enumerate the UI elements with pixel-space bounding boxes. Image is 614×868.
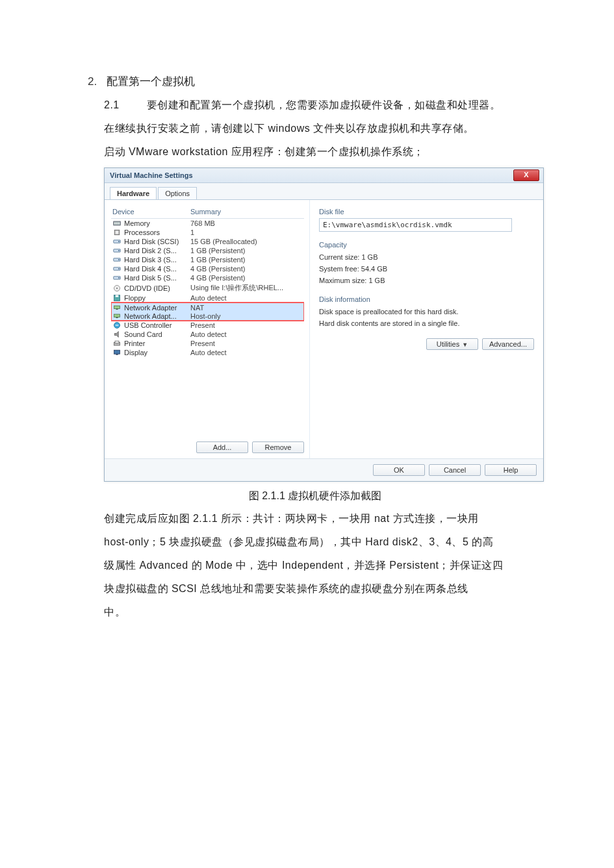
device-summary: Present [190, 321, 304, 329]
svg-marker-25 [114, 332, 118, 338]
svg-rect-2 [116, 223, 118, 225]
dialog-tabs: Hardware Options [105, 183, 543, 199]
device-name: CD/DVD (IDE) [124, 284, 170, 292]
device-summary: NAT [190, 304, 304, 312]
svg-point-11 [118, 259, 120, 260]
device-row-hd4[interactable]: Hard Disk 4 (S... 4 GB (Persistent) [111, 264, 304, 273]
device-row-cd[interactable]: CD/DVD (IDE) Using file I:\操作系统\RHEL... [111, 282, 304, 293]
device-summary: Using file I:\操作系统\RHEL... [190, 283, 304, 293]
device-name: Sound Card [124, 330, 162, 338]
svg-rect-22 [114, 314, 120, 317]
device-name: Floppy [124, 294, 146, 302]
device-row-hd5[interactable]: Hard Disk 5 (S... 4 GB (Persistent) [111, 273, 304, 282]
paragraph-2-1c: 启动 VMware workstation 应用程序：创建第一个虚拟机操作系统； [104, 142, 543, 162]
group-title: Disk information [319, 295, 534, 303]
device-name: Memory [124, 219, 150, 227]
display-icon [112, 349, 122, 356]
utilities-button[interactable]: Utilities▼ [426, 338, 478, 350]
sound-icon [112, 330, 122, 338]
device-name: Printer [124, 340, 145, 347]
floppy-icon [112, 294, 122, 302]
group-title: Capacity [319, 241, 534, 249]
device-row-memory[interactable]: Memory 768 MB [111, 219, 304, 228]
ok-button[interactable]: OK [373, 464, 425, 476]
device-name: Hard Disk (SCSI) [124, 238, 179, 245]
usb-icon [112, 321, 122, 329]
device-summary: Auto detect [190, 330, 304, 338]
device-summary: 768 MB [190, 219, 304, 227]
paragraph-text: 要创建和配置第一个虚拟机，您需要添加虚拟硬件设备，如磁盘和处理器。 [147, 99, 501, 110]
device-name: Network Adapter [124, 304, 177, 312]
add-button[interactable]: Add... [196, 441, 248, 453]
svg-rect-3 [118, 223, 120, 225]
svg-point-17 [116, 287, 118, 288]
svg-rect-29 [116, 354, 118, 355]
help-button[interactable]: Help [485, 464, 537, 476]
figure-caption: 图 2.1.1 虚拟机硬件添加截图 [88, 490, 543, 503]
svg-point-9 [118, 250, 120, 251]
device-details-panel: Disk file E:\vmware\asmdisk\ocrdisk.vmdk… [309, 200, 543, 458]
svg-rect-23 [116, 317, 118, 318]
device-row-sound[interactable]: Sound Card Auto detect [111, 330, 304, 339]
dialog-titlebar[interactable]: Virtual Machine Settings X [105, 168, 543, 183]
detail-buttons: Utilities▼ Advanced... [319, 338, 534, 350]
device-row-usb[interactable]: USB Controller Present [111, 321, 304, 330]
group-capacity: Capacity Current size: 1 GB System free:… [319, 241, 534, 286]
section-heading: 2. 配置第一个虚拟机 [88, 71, 543, 92]
disk-icon [112, 265, 122, 273]
device-row-floppy[interactable]: Floppy Auto detect [111, 293, 304, 303]
device-row-printer[interactable]: Printer Present [111, 339, 304, 348]
svg-rect-1 [114, 223, 116, 225]
remove-button[interactable]: Remove [252, 441, 304, 453]
disk-icon [112, 274, 122, 282]
list-spacer [111, 357, 304, 435]
device-summary: 15 GB (Preallocated) [190, 238, 304, 245]
tab-options[interactable]: Options [158, 187, 197, 199]
device-row-hd1[interactable]: Hard Disk (SCSI) 15 GB (Preallocated) [111, 237, 304, 246]
paragraph-2-1a: 2.1 要创建和配置第一个虚拟机，您需要添加虚拟硬件设备，如磁盘和处理器。 [104, 95, 543, 116]
device-row-hd3[interactable]: Hard Disk 3 (S... 1 GB (Persistent) [111, 255, 304, 264]
disk-icon [112, 238, 122, 245]
device-list[interactable]: Memory 768 MB Processors 1 Hard Disk (SC… [111, 219, 304, 435]
dialog-body: Device Summary Memory 768 MB Processors … [105, 199, 543, 458]
svg-rect-5 [116, 231, 119, 234]
svg-point-7 [118, 241, 120, 242]
diskinfo-line2: Hard disk contents are stored in a singl… [319, 317, 534, 329]
device-summary: 4 GB (Persistent) [190, 265, 304, 273]
svg-point-15 [118, 277, 120, 279]
col-device: Device [112, 208, 190, 216]
device-row-processors[interactable]: Processors 1 [111, 228, 304, 237]
advanced-button[interactable]: Advanced... [482, 338, 534, 350]
device-row-display[interactable]: Display Auto detect [111, 348, 304, 357]
section-title: 配置第一个虚拟机 [107, 75, 195, 88]
network-icon [112, 312, 122, 320]
device-summary: Present [190, 340, 304, 347]
network-icon [112, 304, 122, 312]
group-diskinfo: Disk information Disk space is prealloca… [319, 295, 534, 329]
device-row-network-selected[interactable]: Network Adapter NAT Network Adapt... Hos… [111, 303, 304, 321]
device-name: Hard Disk 4 (S... [124, 265, 177, 273]
vm-settings-dialog: Virtual Machine Settings X Hardware Opti… [104, 167, 544, 482]
device-summary: 1 GB (Persistent) [190, 256, 304, 264]
printer-icon [112, 340, 122, 347]
svg-rect-28 [114, 350, 120, 354]
device-summary: 1 [190, 229, 304, 236]
group-title: Disk file [319, 208, 534, 216]
screenshot-figure: Virtual Machine Settings X Hardware Opti… [104, 167, 543, 482]
svg-rect-19 [116, 295, 119, 297]
subsec-number: 2.1 [104, 99, 120, 110]
device-summary: Auto detect [190, 349, 304, 356]
tab-hardware[interactable]: Hardware [110, 187, 157, 199]
col-summary: Summary [190, 208, 304, 216]
cancel-button[interactable]: Cancel [429, 464, 481, 476]
dropdown-caret-icon: ▼ [462, 341, 468, 348]
disk-icon [112, 256, 122, 264]
window-close-button[interactable]: X [513, 169, 539, 181]
paragraph-after-1: 创建完成后应如图 2.1.1 所示：共计：两块网卡，一块用 nat 方式连接，一… [104, 508, 543, 529]
device-row-hd2[interactable]: Hard Disk 2 (S... 1 GB (Persistent) [111, 246, 304, 255]
paragraph-after-5: 中。 [104, 602, 543, 623]
group-diskfile: Disk file E:\vmware\asmdisk\ocrdisk.vmdk [319, 208, 534, 232]
diskfile-path-input[interactable]: E:\vmware\asmdisk\ocrdisk.vmdk [319, 218, 512, 232]
device-name: Hard Disk 5 (S... [124, 274, 177, 282]
memory-icon [112, 219, 122, 227]
